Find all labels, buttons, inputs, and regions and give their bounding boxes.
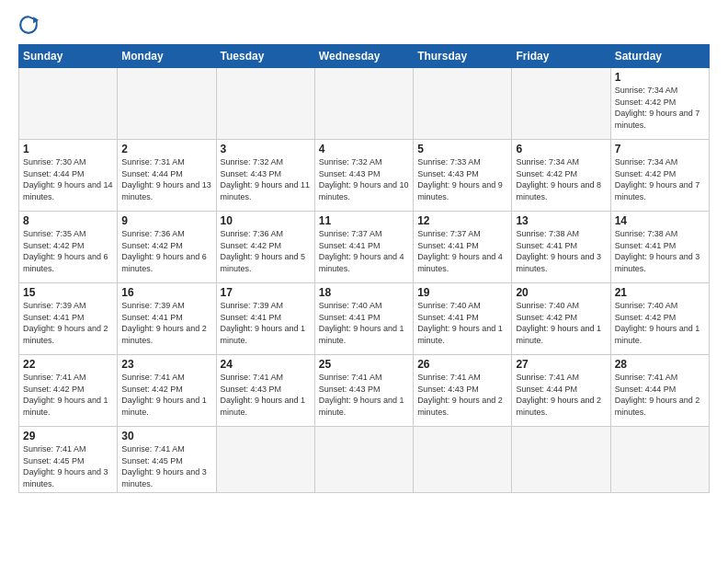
day-info: Sunrise: 7:40 AM Sunset: 4:42 PM Dayligh…: [516, 300, 606, 346]
header: [18, 15, 710, 35]
day-info: Sunrise: 7:40 AM Sunset: 4:41 PM Dayligh…: [319, 300, 409, 346]
day-cell: 8 Sunrise: 7:35 AM Sunset: 4:42 PM Dayli…: [19, 212, 118, 283]
day-info: Sunrise: 7:41 AM Sunset: 4:43 PM Dayligh…: [319, 372, 409, 418]
logo: [18, 15, 42, 35]
empty-cell: [314, 427, 413, 493]
day-number: 5: [417, 143, 507, 155]
day-info: Sunrise: 7:38 AM Sunset: 4:41 PM Dayligh…: [615, 228, 705, 274]
day-cell: 12 Sunrise: 7:37 AM Sunset: 4:41 PM Dayl…: [414, 212, 512, 283]
day-info: Sunrise: 7:36 AM Sunset: 4:42 PM Dayligh…: [121, 228, 211, 274]
day-info: Sunrise: 7:41 AM Sunset: 4:45 PM Dayligh…: [23, 443, 113, 489]
empty-cell: [216, 68, 314, 140]
day-number: 23: [121, 358, 211, 371]
day-cell: 26 Sunrise: 7:41 AM Sunset: 4:43 PM Dayl…: [414, 355, 512, 427]
day-cell: 21 Sunrise: 7:40 AM Sunset: 4:42 PM Dayl…: [610, 283, 709, 355]
day-info: Sunrise: 7:34 AM Sunset: 4:42 PM Dayligh…: [615, 156, 705, 202]
day-number: 1: [23, 143, 113, 155]
weekday-header: Wednesday: [314, 45, 413, 68]
day-info: Sunrise: 7:32 AM Sunset: 4:43 PM Dayligh…: [319, 156, 409, 202]
empty-cell: [216, 427, 314, 493]
day-cell: 3 Sunrise: 7:32 AM Sunset: 4:43 PM Dayli…: [216, 140, 314, 212]
day-number: 26: [417, 358, 507, 371]
day-info: Sunrise: 7:41 AM Sunset: 4:42 PM Dayligh…: [23, 372, 113, 418]
day-info: Sunrise: 7:30 AM Sunset: 4:44 PM Dayligh…: [23, 156, 113, 202]
day-number: 22: [23, 358, 113, 371]
day-info: Sunrise: 7:41 AM Sunset: 4:44 PM Dayligh…: [516, 372, 606, 418]
day-number: 28: [615, 358, 705, 371]
day-info: Sunrise: 7:33 AM Sunset: 4:43 PM Dayligh…: [417, 156, 507, 202]
day-info: Sunrise: 7:41 AM Sunset: 4:43 PM Dayligh…: [417, 372, 507, 418]
day-cell: 1 Sunrise: 7:30 AM Sunset: 4:44 PM Dayli…: [19, 140, 118, 212]
day-cell: 27 Sunrise: 7:41 AM Sunset: 4:44 PM Dayl…: [512, 355, 610, 427]
day-info: Sunrise: 7:40 AM Sunset: 4:41 PM Dayligh…: [417, 300, 507, 346]
empty-cell: [512, 427, 610, 493]
day-cell: 16 Sunrise: 7:39 AM Sunset: 4:41 PM Dayl…: [118, 283, 216, 355]
day-number: 20: [516, 286, 606, 299]
day-info: Sunrise: 7:34 AM Sunset: 4:42 PM Dayligh…: [615, 85, 705, 131]
day-number: 21: [615, 286, 705, 299]
day-number: 19: [417, 286, 507, 299]
weekday-header: Friday: [512, 45, 610, 68]
day-info: Sunrise: 7:34 AM Sunset: 4:42 PM Dayligh…: [516, 156, 606, 202]
day-info: Sunrise: 7:37 AM Sunset: 4:41 PM Dayligh…: [417, 228, 507, 274]
day-cell: 24 Sunrise: 7:41 AM Sunset: 4:43 PM Dayl…: [216, 355, 314, 427]
day-number: 24: [221, 358, 311, 371]
day-info: Sunrise: 7:32 AM Sunset: 4:43 PM Dayligh…: [221, 156, 311, 202]
day-info: Sunrise: 7:31 AM Sunset: 4:44 PM Dayligh…: [121, 156, 211, 202]
logo-icon: [18, 15, 39, 35]
day-number: 16: [121, 286, 211, 299]
empty-cell: [414, 427, 512, 493]
empty-cell: [118, 68, 216, 140]
day-cell: 4 Sunrise: 7:32 AM Sunset: 4:43 PM Dayli…: [314, 140, 413, 212]
day-number: 9: [121, 214, 211, 227]
day-info: Sunrise: 7:39 AM Sunset: 4:41 PM Dayligh…: [221, 300, 311, 346]
day-info: Sunrise: 7:41 AM Sunset: 4:44 PM Dayligh…: [615, 372, 705, 418]
day-cell: 13 Sunrise: 7:38 AM Sunset: 4:41 PM Dayl…: [512, 212, 610, 283]
day-info: Sunrise: 7:38 AM Sunset: 4:41 PM Dayligh…: [516, 228, 606, 274]
day-cell: 5 Sunrise: 7:33 AM Sunset: 4:43 PM Dayli…: [414, 140, 512, 212]
day-info: Sunrise: 7:35 AM Sunset: 4:42 PM Dayligh…: [23, 228, 113, 274]
day-number: 13: [516, 214, 606, 227]
day-number: 25: [319, 358, 409, 371]
day-cell: 2 Sunrise: 7:31 AM Sunset: 4:44 PM Dayli…: [118, 140, 216, 212]
weekday-header: Thursday: [414, 45, 512, 68]
day-info: Sunrise: 7:39 AM Sunset: 4:41 PM Dayligh…: [121, 300, 211, 346]
day-number: 2: [121, 143, 211, 155]
day-number: 6: [516, 143, 606, 155]
day-number: 30: [121, 430, 211, 442]
day-number: 7: [615, 143, 705, 155]
day-cell: 14 Sunrise: 7:38 AM Sunset: 4:41 PM Dayl…: [610, 212, 709, 283]
day-info: Sunrise: 7:39 AM Sunset: 4:41 PM Dayligh…: [23, 300, 113, 346]
calendar: SundayMondayTuesdayWednesdayThursdayFrid…: [18, 44, 710, 493]
day-cell: 25 Sunrise: 7:41 AM Sunset: 4:43 PM Dayl…: [314, 355, 413, 427]
day-cell: 10 Sunrise: 7:36 AM Sunset: 4:42 PM Dayl…: [216, 212, 314, 283]
day-info: Sunrise: 7:41 AM Sunset: 4:43 PM Dayligh…: [221, 372, 311, 418]
day-cell: 1 Sunrise: 7:34 AM Sunset: 4:42 PM Dayli…: [610, 68, 709, 140]
day-number: 1: [615, 71, 705, 84]
day-cell: 20 Sunrise: 7:40 AM Sunset: 4:42 PM Dayl…: [512, 283, 610, 355]
day-cell: 29 Sunrise: 7:41 AM Sunset: 4:45 PM Dayl…: [19, 427, 118, 493]
day-number: 14: [615, 214, 705, 227]
day-number: 4: [319, 143, 409, 155]
day-cell: 9 Sunrise: 7:36 AM Sunset: 4:42 PM Dayli…: [118, 212, 216, 283]
weekday-header: Sunday: [19, 45, 118, 68]
day-cell: 17 Sunrise: 7:39 AM Sunset: 4:41 PM Dayl…: [216, 283, 314, 355]
day-cell: 15 Sunrise: 7:39 AM Sunset: 4:41 PM Dayl…: [19, 283, 118, 355]
weekday-header: Monday: [118, 45, 216, 68]
day-cell: 22 Sunrise: 7:41 AM Sunset: 4:42 PM Dayl…: [19, 355, 118, 427]
day-cell: 7 Sunrise: 7:34 AM Sunset: 4:42 PM Dayli…: [610, 140, 709, 212]
empty-cell: [314, 68, 413, 140]
day-number: 8: [23, 214, 113, 227]
day-info: Sunrise: 7:36 AM Sunset: 4:42 PM Dayligh…: [221, 228, 311, 274]
empty-cell: [414, 68, 512, 140]
empty-cell: [19, 68, 118, 140]
day-cell: 18 Sunrise: 7:40 AM Sunset: 4:41 PM Dayl…: [314, 283, 413, 355]
day-info: Sunrise: 7:41 AM Sunset: 4:45 PM Dayligh…: [121, 443, 211, 489]
day-number: 11: [319, 214, 409, 227]
weekday-header: Tuesday: [216, 45, 314, 68]
day-info: Sunrise: 7:41 AM Sunset: 4:42 PM Dayligh…: [121, 372, 211, 418]
day-cell: 23 Sunrise: 7:41 AM Sunset: 4:42 PM Dayl…: [118, 355, 216, 427]
day-number: 17: [221, 286, 311, 299]
day-cell: 30 Sunrise: 7:41 AM Sunset: 4:45 PM Dayl…: [118, 427, 216, 493]
day-number: 27: [516, 358, 606, 371]
